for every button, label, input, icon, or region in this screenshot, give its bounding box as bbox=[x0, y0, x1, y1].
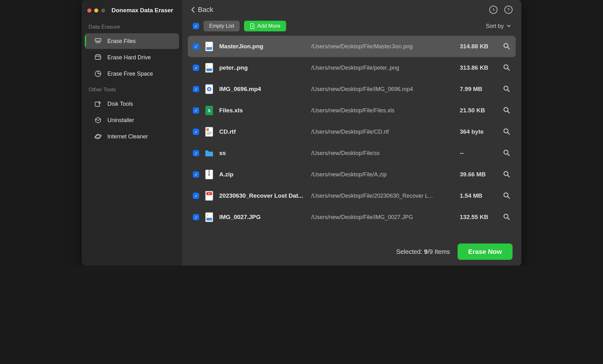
file-row[interactable]: ✓MasterJion.png/Users/new/Desktop/File/M… bbox=[188, 36, 516, 57]
file-checkbox[interactable]: ✓ bbox=[193, 65, 199, 71]
topbar: Back ? bbox=[182, 0, 521, 19]
empty-list-button[interactable]: Empty List bbox=[204, 21, 240, 31]
sidebar-item-label: Internet Cleaner bbox=[107, 133, 148, 140]
file-size: 364 byte bbox=[460, 128, 497, 135]
select-all-checkbox[interactable]: ✓ bbox=[193, 23, 199, 29]
file-checkbox[interactable]: ✓ bbox=[193, 171, 199, 178]
reveal-in-finder-icon[interactable] bbox=[503, 128, 511, 136]
file-row[interactable]: ✓P20230630_Recover Lost Dat.../Users/new… bbox=[188, 185, 516, 206]
section-data-erasure: Data Erasure bbox=[82, 19, 182, 33]
file-row[interactable]: ✓peter..png/Users/new/Desktop/File/peter… bbox=[188, 57, 516, 78]
file-checkbox[interactable]: ✓ bbox=[193, 193, 199, 199]
file-row[interactable]: ✓ss/Users/new/Desktop/File/ss-- bbox=[188, 142, 516, 164]
file-name: 20230630_Recover Lost Dat... bbox=[219, 192, 306, 199]
file-type-icon bbox=[205, 212, 214, 222]
file-row[interactable]: ✓A.zip/Users/new/Desktop/File/A.zip39.66… bbox=[188, 164, 516, 185]
sidebar-item-label: Uninstaller bbox=[107, 117, 134, 124]
file-checkbox[interactable]: ✓ bbox=[193, 150, 199, 156]
history-icon[interactable] bbox=[489, 6, 497, 14]
toolbar: ✓ Empty List Add More Sort by bbox=[182, 19, 521, 36]
file-path: /Users/new/Desktop/File/IMG_0696.mp4 bbox=[311, 86, 454, 93]
file-row[interactable]: ✓SFiles.xls/Users/new/Desktop/File/Files… bbox=[188, 100, 516, 121]
reveal-in-finder-icon[interactable] bbox=[503, 43, 511, 50]
file-path: /Users/new/Desktop/File/ss bbox=[311, 150, 454, 157]
file-row[interactable]: ✓CD.rtf/Users/new/Desktop/File/CD.rtf364… bbox=[188, 121, 516, 142]
maximize-window-button[interactable] bbox=[101, 8, 105, 13]
sidebar-item-label: Erase Free Space bbox=[107, 71, 153, 77]
file-size: 7.99 MB bbox=[460, 86, 497, 93]
svg-text:S: S bbox=[208, 109, 210, 113]
add-more-button[interactable]: Add More bbox=[244, 21, 286, 31]
back-label: Back bbox=[198, 6, 213, 14]
file-size: 21.50 KB bbox=[460, 107, 497, 114]
traffic-lights bbox=[87, 8, 105, 13]
minimize-window-button[interactable] bbox=[94, 8, 98, 13]
sidebar-item-erase-files[interactable]: Erase Files bbox=[85, 33, 179, 49]
sidebar-item-disk-tools[interactable]: Disk Tools bbox=[85, 96, 179, 112]
file-type-icon bbox=[205, 84, 214, 94]
app-title: Donemax Data Eraser bbox=[111, 7, 173, 14]
file-path: /Users/new/Desktop/File/20230630_Recover… bbox=[311, 193, 454, 199]
file-path: /Users/new/Desktop/File/CD.rtf bbox=[311, 129, 454, 135]
help-icon[interactable]: ? bbox=[504, 6, 513, 14]
file-size: 313.86 KB bbox=[460, 64, 497, 71]
sidebar-item-uninstaller[interactable]: Uninstaller bbox=[85, 112, 179, 128]
reveal-in-finder-icon[interactable] bbox=[503, 64, 511, 72]
svg-text:P: P bbox=[208, 192, 210, 195]
file-name: IMG_0696.mp4 bbox=[219, 86, 306, 93]
reveal-in-finder-icon[interactable] bbox=[503, 107, 511, 114]
sort-by-dropdown[interactable]: Sort by bbox=[486, 23, 511, 29]
file-row[interactable]: ✓IMG_0696.mp4/Users/new/Desktop/File/IMG… bbox=[188, 78, 516, 100]
file-path: /Users/new/Desktop/File/Files.xls bbox=[311, 107, 454, 114]
svg-point-2 bbox=[99, 57, 100, 58]
svg-point-13 bbox=[207, 65, 208, 67]
file-name: peter..png bbox=[219, 64, 306, 71]
section-other-tools: Other Tools bbox=[82, 82, 182, 95]
sidebar-item-internet-cleaner[interactable]: Internet Cleaner bbox=[85, 129, 179, 144]
svg-rect-8 bbox=[206, 47, 212, 50]
pie-icon bbox=[94, 70, 102, 78]
reveal-in-finder-icon[interactable] bbox=[503, 192, 511, 200]
selection-status: Selected: 9/9 Items bbox=[396, 248, 450, 255]
file-checkbox[interactable]: ✓ bbox=[193, 214, 199, 220]
file-path: /Users/new/Desktop/File/MasterJion.png bbox=[311, 43, 454, 50]
svg-rect-0 bbox=[95, 39, 101, 41]
file-name: IMG_0027.JPG bbox=[219, 214, 306, 221]
chevron-left-icon bbox=[191, 7, 195, 13]
file-row[interactable]: ✓IMG_0027.JPG/Users/new/Desktop/File/IMG… bbox=[188, 206, 516, 228]
file-checkbox[interactable]: ✓ bbox=[193, 86, 199, 92]
file-size: 132.55 KB bbox=[460, 214, 497, 221]
sidebar-item-erase-free-space[interactable]: Erase Free Space bbox=[85, 66, 179, 82]
file-checkbox[interactable]: ✓ bbox=[193, 129, 199, 135]
reveal-in-finder-icon[interactable] bbox=[503, 85, 511, 93]
reveal-in-finder-icon[interactable] bbox=[503, 213, 511, 221]
file-checkbox[interactable]: ✓ bbox=[193, 107, 199, 114]
svg-rect-34 bbox=[206, 218, 212, 221]
svg-point-27 bbox=[209, 174, 210, 176]
drive-icon bbox=[94, 54, 102, 61]
close-window-button[interactable] bbox=[87, 8, 91, 13]
svg-point-35 bbox=[207, 215, 208, 216]
chevron-down-icon bbox=[507, 25, 511, 27]
file-name: Files.xls bbox=[219, 107, 306, 114]
erase-now-button[interactable]: Erase Now bbox=[458, 244, 513, 260]
sidebar-item-erase-hard-drive[interactable]: Erase Hard Drive bbox=[85, 50, 179, 65]
file-type-icon bbox=[205, 126, 214, 137]
file-name: CD.rtf bbox=[219, 128, 306, 135]
file-size: 1.54 MB bbox=[460, 192, 497, 199]
file-path: /Users/new/Desktop/File/peter..png bbox=[311, 65, 454, 71]
back-button[interactable]: Back bbox=[191, 6, 213, 14]
sidebar: Donemax Data Eraser Data Erasure Erase F… bbox=[82, 0, 182, 265]
file-type-icon bbox=[205, 169, 214, 180]
add-file-icon bbox=[250, 23, 255, 29]
sort-by-label: Sort by bbox=[486, 23, 504, 29]
svg-rect-12 bbox=[206, 68, 212, 71]
file-name: A.zip bbox=[219, 171, 306, 178]
file-list: ✓MasterJion.png/Users/new/Desktop/File/M… bbox=[182, 36, 521, 265]
svg-rect-4 bbox=[95, 102, 100, 106]
reveal-in-finder-icon[interactable] bbox=[503, 149, 511, 157]
sidebar-item-label: Disk Tools bbox=[107, 101, 133, 107]
reveal-in-finder-icon[interactable] bbox=[503, 171, 511, 178]
svg-rect-22 bbox=[206, 128, 209, 131]
file-checkbox[interactable]: ✓ bbox=[193, 43, 199, 50]
